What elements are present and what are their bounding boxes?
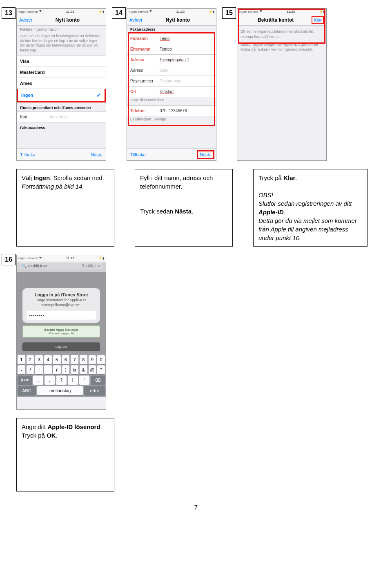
payment-mastercard[interactable]: MasterCard: [17, 67, 106, 78]
status-bar: Ingen service 11:21 ⚡▮: [17, 9, 106, 14]
phone-16: Ingen service 11:23 ⚡▮ 🔍 mobileiron 3 tr…: [16, 255, 106, 410]
nav-bar: Avbryt Nytt konto: [17, 14, 106, 26]
verification-email: exempelkonto@live.se: [241, 34, 323, 40]
delete-key[interactable]: ⌫: [91, 376, 105, 385]
status-bar: Ingen service 11:23 ⚡▮: [237, 9, 326, 14]
cancel-button[interactable]: Avbryt: [19, 18, 32, 22]
search-field[interactable]: 🔍 mobileiron 3 träffar ✕: [19, 262, 103, 269]
address1-cell[interactable]: AdressExemplegatan 1: [127, 55, 216, 65]
login-alert: Logga in på iTunes Store Ange lösenordet…: [22, 288, 100, 323]
key[interactable]: 9: [89, 355, 96, 364]
key[interactable]: .: [33, 376, 43, 385]
back-button[interactable]: Tillbaka: [20, 152, 36, 157]
key[interactable]: &: [80, 365, 87, 374]
caption-16-row: Ange ditt Apple-ID lösenord. Tryck på OK…: [16, 418, 376, 491]
shift-key[interactable]: #+=: [18, 376, 32, 385]
clock: 11:21: [42, 10, 98, 13]
key[interactable]: 4: [44, 355, 52, 364]
return-key[interactable]: retur: [84, 386, 105, 395]
key[interactable]: ': [79, 376, 89, 385]
key[interactable]: (: [53, 365, 61, 374]
key[interactable]: ): [62, 365, 70, 374]
page-number: 7: [16, 504, 376, 511]
wifi-icon: [149, 9, 152, 13]
phone-cell[interactable]: Telefon070 12345678: [127, 105, 216, 116]
code-label: Kod: [20, 115, 49, 119]
key[interactable]: ,: [45, 376, 55, 385]
check-icon: ✓: [96, 92, 101, 98]
caption-14: Fyll i ditt namn, adress och telefonnumm…: [135, 169, 233, 247]
back-button[interactable]: Tillbaka: [130, 152, 146, 157]
carrier-label: Ingen service: [239, 9, 263, 13]
key[interactable]: 3: [35, 355, 43, 364]
captions-row: Välj Ingen. Scrolla sedan ned. Fortsättn…: [16, 169, 376, 247]
billing-description: Även om du anger ett betalningssätt nu d…: [17, 33, 106, 56]
key[interactable]: 0: [97, 355, 105, 364]
key[interactable]: -: [18, 365, 25, 374]
code-placeholder: Ange kod: [49, 115, 102, 119]
billing-header: Faktureringsinformation: [17, 26, 106, 33]
keyboard: 1234567890 -/:;()kr&@" #+= . , ? ! ' ⌫ A…: [17, 354, 106, 397]
billing-address-header: Fakturaadress: [127, 26, 216, 33]
payment-visa[interactable]: Visa: [17, 56, 106, 67]
carrier-label: Ingen service: [129, 9, 152, 13]
key[interactable]: ;: [44, 365, 52, 374]
next-button[interactable]: Nästa: [197, 150, 214, 159]
carrier-label: Ingen service: [18, 256, 42, 260]
key[interactable]: 5: [53, 355, 61, 364]
code-cell[interactable]: Kod Ange kod: [17, 111, 106, 122]
phones-row: 13 Ingen service 11:21 ⚡▮ Avbryt Nytt ko…: [16, 8, 376, 161]
zip-cell[interactable]: PostnummerPostnummer: [127, 76, 216, 87]
nav-bar: Avbryt Nytt konto: [127, 14, 216, 26]
caption-15: Tryck på Klar. OBS! Slutför sedan regist…: [253, 169, 368, 247]
firstname-cell[interactable]: FörnamnTemo: [127, 33, 216, 44]
region-row: Land/region: Sverige: [127, 116, 216, 125]
search-icon: 🔍: [22, 264, 27, 268]
payment-amex[interactable]: Amex: [17, 78, 106, 89]
status-bar: Ingen service 11:22 ⚡▮: [127, 9, 216, 14]
verification-message: Ett verifieringsmeddelande har skickats …: [237, 26, 326, 56]
nav-bar: Bekräfta kontot Klar: [237, 14, 326, 26]
key[interactable]: ?: [56, 376, 66, 385]
key[interactable]: !: [68, 376, 78, 385]
step-number-14: 14: [112, 7, 126, 19]
abc-key[interactable]: ABC: [18, 386, 36, 395]
clear-icon[interactable]: ✕: [98, 264, 101, 268]
battery-icon: ⚡▮: [98, 256, 104, 260]
key[interactable]: 7: [71, 355, 78, 364]
city-cell[interactable]: OrtDinstad: [127, 87, 216, 97]
key[interactable]: ": [97, 365, 105, 374]
footer-bar: Tillbaka Nästa: [127, 148, 216, 160]
key[interactable]: @: [89, 365, 96, 374]
phone-14: Ingen service 11:22 ⚡▮ Avbryt Nytt konto…: [127, 8, 216, 161]
next-button[interactable]: Nästa: [91, 152, 102, 157]
keyboard-row-3: #+= . , ? ! ' ⌫: [18, 376, 105, 385]
bg-logout: Log Out: [22, 342, 100, 351]
lastname-cell[interactable]: EfternamnTempo: [127, 44, 216, 55]
phone-13: Ingen service 11:21 ⚡▮ Avbryt Nytt konto…: [16, 8, 106, 161]
key[interactable]: kr: [71, 365, 78, 374]
done-button[interactable]: Klar: [312, 16, 324, 24]
clock: 11:23: [263, 10, 319, 13]
password-field[interactable]: ••••••••: [27, 311, 96, 320]
wifi-icon: [39, 256, 42, 259]
step-number-13: 13: [2, 7, 16, 19]
key[interactable]: :: [35, 365, 43, 374]
step-15: 15 Ingen service 11:23 ⚡▮ Bekräfta konto…: [237, 8, 327, 161]
keyboard-row-1: 1234567890: [18, 355, 105, 364]
key[interactable]: 2: [27, 355, 34, 364]
cancel-button[interactable]: Avbryt: [129, 18, 142, 22]
address2-cell[interactable]: AdressGata: [127, 65, 216, 76]
clock: 11:22: [152, 10, 209, 13]
key[interactable]: /: [27, 365, 34, 374]
nav-title: Bekräfta kontot: [258, 17, 294, 23]
payment-none[interactable]: Ingen✓: [17, 89, 106, 102]
wifi-icon: [259, 9, 263, 13]
key[interactable]: 8: [80, 355, 87, 364]
key[interactable]: 6: [62, 355, 70, 364]
battery-icon: ⚡▮: [209, 10, 214, 13]
search-count: 3 träffar: [82, 264, 96, 268]
billing-address-header: Fakturaadress: [17, 122, 106, 131]
key[interactable]: 1: [18, 355, 25, 364]
space-key[interactable]: mellanslag: [37, 386, 83, 395]
